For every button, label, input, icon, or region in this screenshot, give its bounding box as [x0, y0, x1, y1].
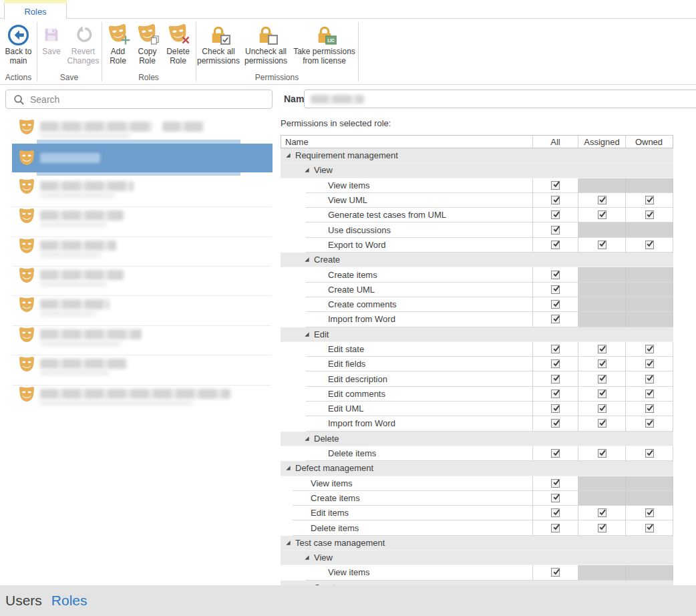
check-all-permissions-button[interactable]: Check all permissions	[197, 21, 240, 65]
permission-item-row[interactable]: Create comments	[281, 297, 673, 312]
checked-checkbox[interactable]	[598, 375, 606, 383]
checked-checkbox[interactable]	[598, 508, 606, 517]
footer-roles-link[interactable]: Roles	[51, 593, 88, 609]
permission-checkbox-cell-all[interactable]	[533, 193, 578, 208]
permission-item-row[interactable]: Import from Word	[281, 312, 673, 327]
add-role-button[interactable]: Add Role	[104, 21, 133, 65]
permission-checkbox-cell-all[interactable]	[533, 312, 578, 327]
checked-checkbox[interactable]	[551, 524, 560, 532]
permission-checkbox-cell-owned[interactable]	[626, 446, 673, 461]
permission-checkbox-cell-all[interactable]	[533, 387, 578, 402]
permission-checkbox-cell-owned[interactable]	[626, 208, 673, 222]
permission-item-row[interactable]: Generate test cases from UML	[281, 208, 673, 222]
permission-checkbox-cell-owned[interactable]	[626, 342, 673, 357]
expander-icon[interactable]	[285, 152, 291, 158]
expander-icon[interactable]	[304, 555, 310, 561]
checked-checkbox[interactable]	[598, 449, 606, 458]
role-list-item[interactable]	[0, 147, 277, 176]
checked-checkbox[interactable]	[551, 479, 560, 488]
expander-icon[interactable]	[304, 436, 310, 442]
permission-item-row[interactable]: View items	[281, 178, 673, 193]
permission-checkbox-cell-all[interactable]	[533, 402, 578, 416]
column-header-all[interactable]: All	[533, 136, 578, 148]
permission-checkbox-cell-owned[interactable]	[626, 387, 673, 402]
permission-checkbox-cell-owned[interactable]	[626, 357, 673, 371]
permission-checkbox-cell-owned[interactable]	[626, 402, 673, 416]
permission-item-row[interactable]: Edit UML	[281, 402, 673, 416]
permission-checkbox-cell-all[interactable]	[533, 238, 578, 253]
permission-checkbox-cell-assigned[interactable]	[578, 342, 626, 357]
permission-item-row[interactable]: Create items	[281, 491, 673, 506]
column-header-assigned[interactable]: Assigned	[578, 136, 626, 148]
permission-item-row[interactable]: Edit items	[281, 506, 673, 520]
role-name-input[interactable]	[304, 90, 696, 108]
checked-checkbox[interactable]	[598, 524, 606, 532]
uncheck-all-permissions-button[interactable]: Uncheck all permissions	[240, 21, 292, 65]
permission-checkbox-cell-all[interactable]	[533, 416, 578, 431]
take-permissions-from-license-button[interactable]: LIC Take permissions from license	[292, 21, 357, 65]
checked-checkbox[interactable]	[645, 390, 654, 398]
permission-checkbox-cell-assigned[interactable]	[578, 208, 626, 222]
permission-item-row[interactable]: Create UML	[281, 283, 673, 297]
back-to-main-button[interactable]: Back to main	[1, 21, 36, 65]
permission-item-row[interactable]: View UML	[281, 193, 673, 208]
checked-checkbox[interactable]	[645, 210, 654, 219]
permission-checkbox-cell-all[interactable]	[533, 371, 578, 386]
permission-checkbox-cell-all[interactable]	[533, 222, 578, 237]
checked-checkbox[interactable]	[598, 345, 606, 353]
permission-checkbox-cell-owned[interactable]	[626, 520, 673, 535]
checked-checkbox[interactable]	[645, 345, 654, 353]
permission-group-row[interactable]: Requirement management	[281, 148, 673, 163]
role-list-item[interactable]	[0, 266, 277, 295]
tab-roles[interactable]: Roles	[4, 3, 67, 19]
permission-checkbox-cell-owned[interactable]	[626, 371, 673, 386]
delete-role-button[interactable]: Delete Role	[162, 21, 194, 65]
permission-checkbox-cell-all[interactable]	[533, 297, 578, 312]
expander-icon[interactable]	[285, 540, 291, 546]
permission-group-row[interactable]: Delete	[281, 432, 673, 446]
permission-checkbox-cell-all[interactable]	[533, 178, 578, 193]
role-list-item[interactable]	[0, 206, 277, 236]
checked-checkbox[interactable]	[551, 494, 560, 502]
permission-item-row[interactable]: Use discussions	[281, 222, 673, 237]
footer-users-link[interactable]: Users	[5, 593, 42, 609]
permission-group-row[interactable]: Test case management	[281, 536, 673, 551]
permission-checkbox-cell-all[interactable]	[533, 342, 578, 357]
checked-checkbox[interactable]	[551, 241, 560, 249]
checked-checkbox[interactable]	[551, 375, 560, 383]
checked-checkbox[interactable]	[551, 419, 560, 428]
checked-checkbox[interactable]	[551, 271, 560, 279]
expander-icon[interactable]	[285, 465, 291, 471]
permission-checkbox-cell-assigned[interactable]	[578, 520, 626, 535]
checked-checkbox[interactable]	[598, 390, 606, 398]
permission-checkbox-cell-owned[interactable]	[626, 416, 673, 431]
permission-item-row[interactable]: Import from Word	[281, 416, 673, 431]
permission-checkbox-cell-all[interactable]	[533, 491, 578, 506]
checked-checkbox[interactable]	[551, 359, 560, 368]
checked-checkbox[interactable]	[645, 404, 654, 413]
checked-checkbox[interactable]	[598, 419, 606, 428]
checked-checkbox[interactable]	[551, 300, 560, 309]
permission-checkbox-cell-all[interactable]	[533, 446, 578, 461]
checked-checkbox[interactable]	[598, 210, 606, 219]
permission-checkbox-cell-owned[interactable]	[626, 193, 673, 208]
column-header-name[interactable]: Name	[281, 136, 533, 148]
permission-group-row[interactable]: Create	[281, 253, 673, 267]
permission-item-row[interactable]: Edit comments	[281, 387, 673, 402]
checked-checkbox[interactable]	[551, 568, 560, 577]
checked-checkbox[interactable]	[551, 508, 560, 517]
permission-checkbox-cell-all[interactable]	[533, 476, 578, 491]
checked-checkbox[interactable]	[645, 359, 654, 368]
checked-checkbox[interactable]	[551, 196, 560, 204]
checked-checkbox[interactable]	[551, 345, 560, 353]
checked-checkbox[interactable]	[598, 404, 606, 413]
checked-checkbox[interactable]	[645, 524, 654, 532]
checked-checkbox[interactable]	[645, 419, 654, 428]
permission-checkbox-cell-all[interactable]	[533, 565, 578, 580]
permission-checkbox-cell-all[interactable]	[533, 520, 578, 535]
checked-checkbox[interactable]	[645, 196, 654, 204]
permission-item-row[interactable]: View items	[281, 476, 673, 491]
column-header-owned[interactable]: Owned	[626, 136, 672, 148]
role-list-item[interactable]	[0, 177, 277, 206]
permission-checkbox-cell-assigned[interactable]	[578, 416, 626, 431]
